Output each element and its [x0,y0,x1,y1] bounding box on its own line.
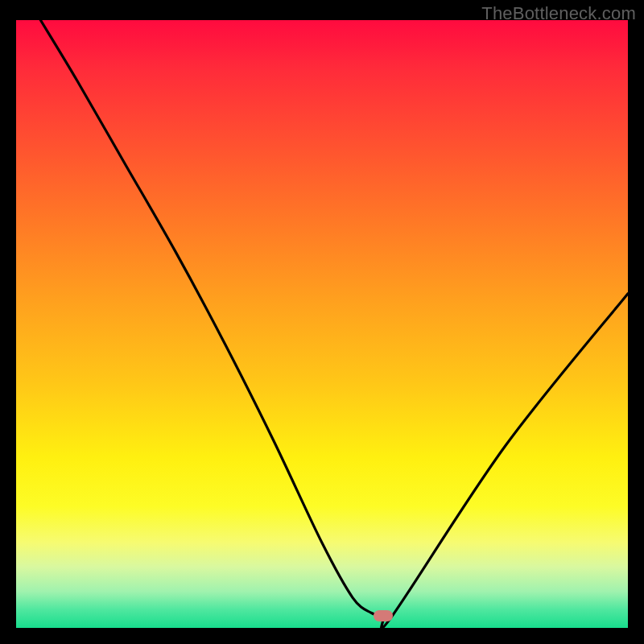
watermark-text: TheBottleneck.com [481,3,636,24]
minimum-marker [374,610,393,621]
plot-area [16,20,628,628]
chart-container: TheBottleneck.com [0,0,644,644]
bottleneck-curve [16,20,628,628]
